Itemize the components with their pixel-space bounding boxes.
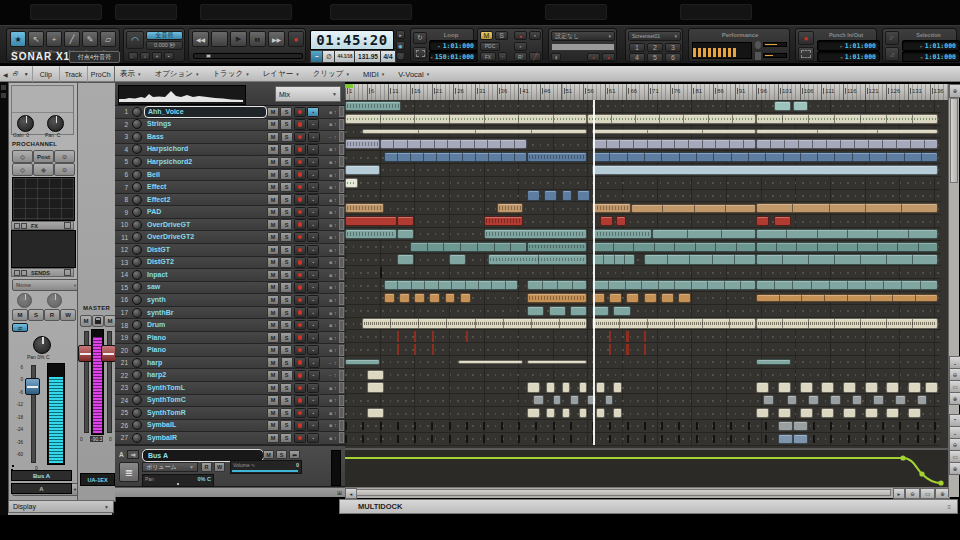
clip[interactable] xyxy=(626,331,628,342)
automation-mode-icon[interactable]: − xyxy=(329,360,332,366)
track-mute-button[interactable]: M xyxy=(267,282,279,293)
act-preset-dropdown[interactable]: 設定なし▾ xyxy=(551,31,615,41)
track-row-Harpsichord2[interactable]: 5Harpsichord2MS▪■↕ xyxy=(115,156,345,169)
clip[interactable] xyxy=(852,395,863,405)
clip[interactable] xyxy=(592,203,631,213)
resize-icon[interactable]: ↕ xyxy=(334,222,337,228)
clip[interactable] xyxy=(774,101,791,111)
selection-start-value[interactable]: ▸1:01:000 xyxy=(902,40,960,51)
clip[interactable] xyxy=(756,294,938,303)
resize-icon[interactable]: ↕ xyxy=(334,372,337,378)
selection-end-value[interactable]: ◂1:01:000 xyxy=(902,51,960,62)
clip[interactable] xyxy=(449,254,466,264)
interleave-button[interactable]: ⇄ xyxy=(12,323,28,332)
clip[interactable] xyxy=(562,408,571,418)
selection-from-icon[interactable]: ◸ xyxy=(885,31,899,45)
clip-row-SynthTomL[interactable] xyxy=(345,382,941,395)
track-solo-button[interactable]: S xyxy=(280,345,292,356)
row-grip[interactable] xyxy=(339,307,345,318)
tempo-display[interactable]: 131.95 xyxy=(354,50,382,63)
fx-bin[interactable] xyxy=(11,230,76,268)
resize-icon[interactable]: ↕ xyxy=(334,134,337,140)
clip[interactable] xyxy=(592,280,757,290)
track-mute-button[interactable]: M xyxy=(267,194,279,205)
track-arm-button[interactable] xyxy=(294,408,306,419)
mute-all-button[interactable]: M xyxy=(480,31,493,40)
automation-mode-icon[interactable]: ■ xyxy=(329,109,332,115)
clip[interactable] xyxy=(570,395,579,405)
menu-オプション[interactable]: オプション▾ xyxy=(155,69,199,79)
clip[interactable] xyxy=(678,293,691,303)
clip[interactable] xyxy=(397,344,399,355)
track-name[interactable]: SynthTomR xyxy=(144,408,267,418)
automation-mode-icon[interactable]: ■ xyxy=(329,335,332,341)
track-mute-button[interactable]: M xyxy=(267,132,279,143)
clip[interactable] xyxy=(626,293,639,303)
clip[interactable] xyxy=(527,306,544,316)
scroll-right-icon[interactable]: ▸ xyxy=(893,488,905,499)
tube-icon[interactable]: ⊙ xyxy=(54,163,75,176)
resize-icon[interactable]: ↕ xyxy=(334,159,337,165)
clip[interactable] xyxy=(644,344,646,355)
track-solo-button[interactable]: S xyxy=(280,207,292,218)
clip[interactable] xyxy=(763,395,774,405)
clip[interactable] xyxy=(384,152,527,162)
punch-toggle-icon[interactable]: ◉ xyxy=(798,31,814,45)
stop-button[interactable]: ■ xyxy=(211,31,228,47)
select-tool-icon[interactable]: ↖ xyxy=(28,31,44,47)
row-grip[interactable] xyxy=(339,144,345,155)
snap-note2-icon[interactable]: ♪ xyxy=(140,52,150,60)
clip[interactable] xyxy=(756,359,791,365)
clip[interactable] xyxy=(592,254,635,264)
clip[interactable] xyxy=(613,382,622,392)
collapse-icon[interactable]: ◀ xyxy=(0,71,11,78)
track-arm-button[interactable] xyxy=(294,194,306,205)
track-name[interactable]: saw xyxy=(144,282,267,292)
track-mute-button[interactable]: M xyxy=(267,219,279,230)
row-grip[interactable] xyxy=(339,219,345,230)
hscroll-thumb[interactable] xyxy=(356,489,891,496)
track-name[interactable]: DistGT xyxy=(144,245,267,255)
clip[interactable] xyxy=(592,242,757,252)
clip[interactable] xyxy=(533,395,544,405)
clip[interactable] xyxy=(432,344,434,355)
track-name[interactable]: Piano xyxy=(144,345,267,355)
clip[interactable] xyxy=(414,344,416,355)
act-enable-icon[interactable]: ▮ xyxy=(551,53,561,61)
resize-icon[interactable]: ↕ xyxy=(334,146,337,152)
automation-mode-icon[interactable]: ■ xyxy=(329,310,332,316)
resize-icon[interactable]: ↕ xyxy=(334,410,337,416)
track-row-icons[interactable]: ■↕ xyxy=(329,397,337,403)
clip-row-Bass[interactable] xyxy=(345,126,941,139)
clip[interactable] xyxy=(873,395,884,405)
track-solo-button[interactable]: S xyxy=(280,257,292,268)
clip[interactable] xyxy=(466,331,468,342)
track-row-icons[interactable]: ■↕ xyxy=(329,197,337,203)
clip[interactable] xyxy=(908,382,921,392)
clip[interactable] xyxy=(609,293,622,303)
track-row-icons[interactable]: ■↕ xyxy=(329,335,337,341)
track-name[interactable]: harp2 xyxy=(144,370,267,380)
clip[interactable] xyxy=(345,435,587,444)
pdc-button[interactable]: PDC xyxy=(480,42,500,51)
resize-icon[interactable]: ↕ xyxy=(334,322,337,328)
clip[interactable] xyxy=(497,203,523,213)
track-mute-button[interactable]: M xyxy=(267,270,279,281)
input-echo-button[interactable]: ▪ xyxy=(307,157,319,168)
clip[interactable] xyxy=(414,331,416,342)
clip[interactable] xyxy=(562,382,571,392)
clip-row-harp2[interactable] xyxy=(345,369,941,382)
resize-icon[interactable]: ↕ xyxy=(334,234,337,240)
automation-node[interactable] xyxy=(938,480,943,485)
row-grip[interactable] xyxy=(339,432,345,443)
automation-mode-icon[interactable]: ■ xyxy=(329,397,332,403)
mix-misc-icon[interactable]: ▪ xyxy=(529,31,541,40)
move-tool-icon[interactable]: + xyxy=(46,31,62,47)
clip-row-SynthTomR[interactable] xyxy=(345,407,941,420)
clip[interactable] xyxy=(592,229,653,239)
input-echo-button[interactable]: ▪ xyxy=(307,144,319,155)
snap-note-icon[interactable]: ♩ xyxy=(128,52,138,60)
track-mute-button[interactable]: M xyxy=(267,320,279,331)
play-button[interactable]: ▶ xyxy=(230,31,247,47)
input-echo-button[interactable]: ▪ xyxy=(307,194,319,205)
